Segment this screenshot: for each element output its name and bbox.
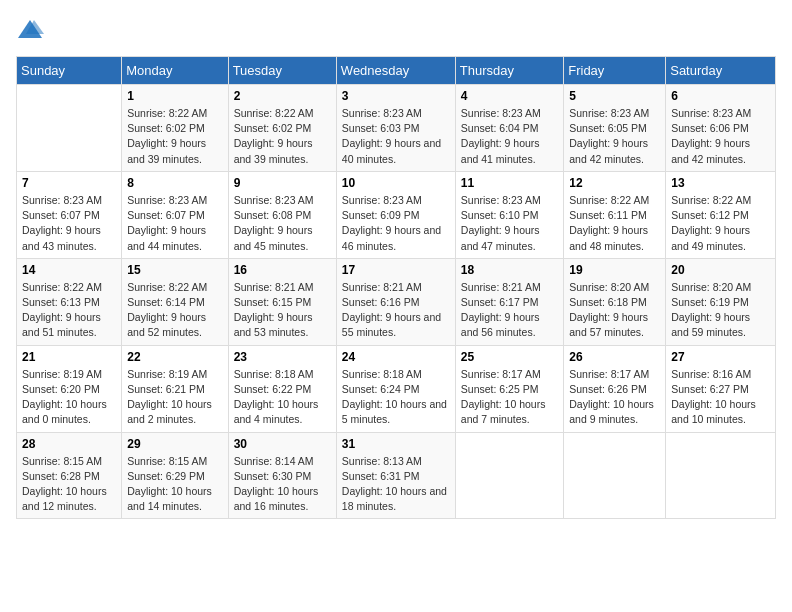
day-number: 6 [671,89,770,103]
day-cell [455,432,563,519]
day-info: Sunrise: 8:22 AMSunset: 6:02 PMDaylight:… [127,106,222,167]
day-cell: 20Sunrise: 8:20 AMSunset: 6:19 PMDayligh… [666,258,776,345]
day-number: 8 [127,176,222,190]
day-cell: 28Sunrise: 8:15 AMSunset: 6:28 PMDayligh… [17,432,122,519]
week-row-4: 28Sunrise: 8:15 AMSunset: 6:28 PMDayligh… [17,432,776,519]
day-number: 26 [569,350,660,364]
day-info: Sunrise: 8:22 AMSunset: 6:02 PMDaylight:… [234,106,331,167]
day-info: Sunrise: 8:19 AMSunset: 6:21 PMDaylight:… [127,367,222,428]
day-info: Sunrise: 8:22 AMSunset: 6:11 PMDaylight:… [569,193,660,254]
day-info: Sunrise: 8:23 AMSunset: 6:06 PMDaylight:… [671,106,770,167]
day-cell: 22Sunrise: 8:19 AMSunset: 6:21 PMDayligh… [122,345,228,432]
page-header [16,16,776,44]
day-number: 14 [22,263,116,277]
day-number: 10 [342,176,450,190]
day-info: Sunrise: 8:22 AMSunset: 6:13 PMDaylight:… [22,280,116,341]
day-cell: 14Sunrise: 8:22 AMSunset: 6:13 PMDayligh… [17,258,122,345]
day-cell: 27Sunrise: 8:16 AMSunset: 6:27 PMDayligh… [666,345,776,432]
day-info: Sunrise: 8:23 AMSunset: 6:07 PMDaylight:… [127,193,222,254]
day-info: Sunrise: 8:23 AMSunset: 6:09 PMDaylight:… [342,193,450,254]
day-cell: 6Sunrise: 8:23 AMSunset: 6:06 PMDaylight… [666,85,776,172]
day-cell: 23Sunrise: 8:18 AMSunset: 6:22 PMDayligh… [228,345,336,432]
day-info: Sunrise: 8:15 AMSunset: 6:28 PMDaylight:… [22,454,116,515]
day-number: 3 [342,89,450,103]
day-number: 9 [234,176,331,190]
day-number: 17 [342,263,450,277]
header-saturday: Saturday [666,57,776,85]
day-info: Sunrise: 8:17 AMSunset: 6:25 PMDaylight:… [461,367,558,428]
day-info: Sunrise: 8:21 AMSunset: 6:17 PMDaylight:… [461,280,558,341]
day-info: Sunrise: 8:13 AMSunset: 6:31 PMDaylight:… [342,454,450,515]
day-number: 4 [461,89,558,103]
day-cell: 18Sunrise: 8:21 AMSunset: 6:17 PMDayligh… [455,258,563,345]
week-row-3: 21Sunrise: 8:19 AMSunset: 6:20 PMDayligh… [17,345,776,432]
day-cell: 1Sunrise: 8:22 AMSunset: 6:02 PMDaylight… [122,85,228,172]
day-number: 15 [127,263,222,277]
header-row: SundayMondayTuesdayWednesdayThursdayFrid… [17,57,776,85]
day-info: Sunrise: 8:23 AMSunset: 6:10 PMDaylight:… [461,193,558,254]
day-cell [666,432,776,519]
day-number: 5 [569,89,660,103]
day-cell [17,85,122,172]
day-info: Sunrise: 8:15 AMSunset: 6:29 PMDaylight:… [127,454,222,515]
day-cell: 21Sunrise: 8:19 AMSunset: 6:20 PMDayligh… [17,345,122,432]
day-cell: 4Sunrise: 8:23 AMSunset: 6:04 PMDaylight… [455,85,563,172]
header-thursday: Thursday [455,57,563,85]
day-cell: 31Sunrise: 8:13 AMSunset: 6:31 PMDayligh… [336,432,455,519]
logo-icon [16,16,44,44]
day-cell: 11Sunrise: 8:23 AMSunset: 6:10 PMDayligh… [455,171,563,258]
day-number: 31 [342,437,450,451]
day-number: 24 [342,350,450,364]
day-number: 20 [671,263,770,277]
day-cell: 10Sunrise: 8:23 AMSunset: 6:09 PMDayligh… [336,171,455,258]
day-number: 11 [461,176,558,190]
day-info: Sunrise: 8:16 AMSunset: 6:27 PMDaylight:… [671,367,770,428]
day-cell: 25Sunrise: 8:17 AMSunset: 6:25 PMDayligh… [455,345,563,432]
day-number: 2 [234,89,331,103]
week-row-2: 14Sunrise: 8:22 AMSunset: 6:13 PMDayligh… [17,258,776,345]
day-number: 25 [461,350,558,364]
day-number: 21 [22,350,116,364]
day-info: Sunrise: 8:23 AMSunset: 6:04 PMDaylight:… [461,106,558,167]
day-number: 16 [234,263,331,277]
week-row-0: 1Sunrise: 8:22 AMSunset: 6:02 PMDaylight… [17,85,776,172]
day-cell: 5Sunrise: 8:23 AMSunset: 6:05 PMDaylight… [564,85,666,172]
day-cell: 17Sunrise: 8:21 AMSunset: 6:16 PMDayligh… [336,258,455,345]
day-cell: 24Sunrise: 8:18 AMSunset: 6:24 PMDayligh… [336,345,455,432]
day-info: Sunrise: 8:21 AMSunset: 6:15 PMDaylight:… [234,280,331,341]
day-cell: 9Sunrise: 8:23 AMSunset: 6:08 PMDaylight… [228,171,336,258]
day-cell: 2Sunrise: 8:22 AMSunset: 6:02 PMDaylight… [228,85,336,172]
header-wednesday: Wednesday [336,57,455,85]
week-row-1: 7Sunrise: 8:23 AMSunset: 6:07 PMDaylight… [17,171,776,258]
day-info: Sunrise: 8:17 AMSunset: 6:26 PMDaylight:… [569,367,660,428]
day-info: Sunrise: 8:21 AMSunset: 6:16 PMDaylight:… [342,280,450,341]
day-number: 7 [22,176,116,190]
header-monday: Monday [122,57,228,85]
day-cell: 3Sunrise: 8:23 AMSunset: 6:03 PMDaylight… [336,85,455,172]
day-cell: 16Sunrise: 8:21 AMSunset: 6:15 PMDayligh… [228,258,336,345]
day-cell: 26Sunrise: 8:17 AMSunset: 6:26 PMDayligh… [564,345,666,432]
day-number: 13 [671,176,770,190]
day-info: Sunrise: 8:22 AMSunset: 6:14 PMDaylight:… [127,280,222,341]
day-number: 18 [461,263,558,277]
logo [16,16,48,44]
day-cell: 19Sunrise: 8:20 AMSunset: 6:18 PMDayligh… [564,258,666,345]
day-info: Sunrise: 8:18 AMSunset: 6:24 PMDaylight:… [342,367,450,428]
day-cell: 8Sunrise: 8:23 AMSunset: 6:07 PMDaylight… [122,171,228,258]
day-info: Sunrise: 8:14 AMSunset: 6:30 PMDaylight:… [234,454,331,515]
day-number: 30 [234,437,331,451]
day-number: 12 [569,176,660,190]
day-number: 29 [127,437,222,451]
day-info: Sunrise: 8:22 AMSunset: 6:12 PMDaylight:… [671,193,770,254]
day-info: Sunrise: 8:19 AMSunset: 6:20 PMDaylight:… [22,367,116,428]
day-cell: 15Sunrise: 8:22 AMSunset: 6:14 PMDayligh… [122,258,228,345]
day-number: 1 [127,89,222,103]
header-sunday: Sunday [17,57,122,85]
day-number: 23 [234,350,331,364]
day-info: Sunrise: 8:23 AMSunset: 6:08 PMDaylight:… [234,193,331,254]
day-info: Sunrise: 8:18 AMSunset: 6:22 PMDaylight:… [234,367,331,428]
day-cell: 29Sunrise: 8:15 AMSunset: 6:29 PMDayligh… [122,432,228,519]
day-info: Sunrise: 8:23 AMSunset: 6:03 PMDaylight:… [342,106,450,167]
day-number: 22 [127,350,222,364]
header-tuesday: Tuesday [228,57,336,85]
